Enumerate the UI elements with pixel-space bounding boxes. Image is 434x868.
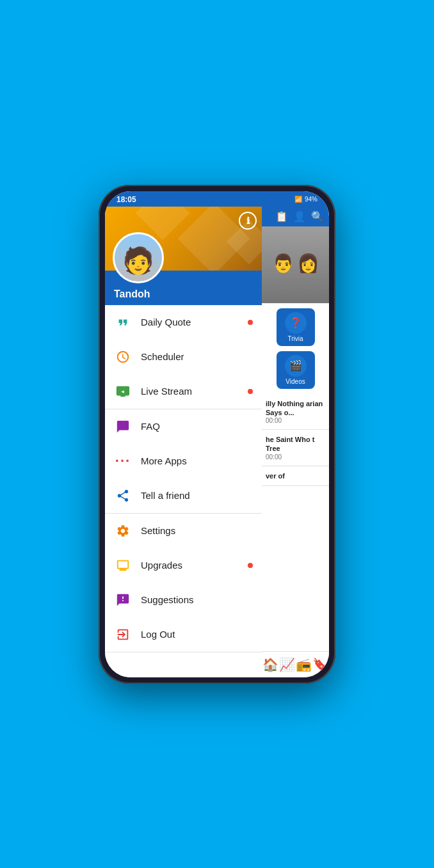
hero-persons: 👨 👩 xyxy=(272,253,319,276)
scheduler-label: Scheduler xyxy=(141,351,253,362)
menu-item-suggestions[interactable]: Suggestions xyxy=(105,583,262,617)
suggest-icon xyxy=(114,591,132,609)
list-item-time-2: 00:00 xyxy=(266,454,325,461)
nav-trending[interactable]: 📈 xyxy=(279,657,295,672)
menu-item-scheduler[interactable]: Scheduler xyxy=(105,340,262,374)
list-item-title-1: illy Nothing arian Says o... xyxy=(266,399,325,418)
chat-icon xyxy=(114,418,132,436)
nav-radio[interactable]: 📻 xyxy=(296,657,312,672)
videos-label: Videos xyxy=(285,378,305,385)
upgrades-dot xyxy=(248,563,253,568)
tv-icon xyxy=(114,383,132,400)
avatar-person-icon: 🧑 xyxy=(122,246,154,276)
menu-item-more-apps[interactable]: ··· More Apps xyxy=(105,444,262,478)
status-icons: 📶 94% xyxy=(294,196,317,203)
drawer-menu: Daily Quote Scheduler xyxy=(105,305,262,677)
menu-item-tell-friend[interactable]: Tell a friend xyxy=(105,478,262,513)
radio-icon: 📻 xyxy=(296,657,312,672)
logout-label: Log Out xyxy=(141,629,253,640)
logout-icon xyxy=(114,626,132,643)
tell-friend-label: Tell a friend xyxy=(141,490,253,501)
menu-item-daily-quote[interactable]: Daily Quote xyxy=(105,305,262,340)
list-item-title-3: ver of xyxy=(266,471,325,480)
dots-icon: ··· xyxy=(114,452,132,470)
clock-icon xyxy=(114,348,132,366)
menu-item-logout[interactable]: Log Out xyxy=(105,617,262,652)
home-icon: 🏠 xyxy=(262,657,278,672)
list-item[interactable]: ver of xyxy=(262,466,329,486)
videos-button[interactable]: 🎬 Videos xyxy=(277,351,315,389)
person-icon[interactable]: 👤 xyxy=(293,210,306,223)
phone-screen: 18:05 📶 94% � xyxy=(105,191,329,677)
info-button[interactable]: ℹ xyxy=(239,212,257,230)
menu-section-1: Daily Quote Scheduler xyxy=(105,305,262,409)
upgrades-label: Upgrades xyxy=(141,560,248,571)
daily-quote-label: Daily Quote xyxy=(141,317,248,327)
right-content: 👨 👩 ❓ Trivia 🎬 Videos xyxy=(262,226,329,651)
phone-frame: 18:05 📶 94% � xyxy=(99,185,335,684)
notes-icon[interactable]: 📋 xyxy=(275,210,288,223)
nav-home[interactable]: 🏠 xyxy=(262,657,278,672)
live-stream-dot xyxy=(248,389,253,394)
settings-label: Settings xyxy=(141,525,253,536)
quick-actions: ❓ Trivia 🎬 Videos xyxy=(262,303,329,394)
right-list: illy Nothing arian Says o... 00:00 he Sa… xyxy=(262,394,329,651)
right-top-bar: 📋 👤 🔍 xyxy=(262,207,329,226)
avatar: 🧑 xyxy=(113,232,164,283)
list-item[interactable]: illy Nothing arian Says o... 00:00 xyxy=(262,394,329,430)
wifi-icon: 📶 xyxy=(294,196,302,203)
menu-item-faq[interactable]: FAQ xyxy=(105,409,262,444)
trivia-label: Trivia xyxy=(287,335,303,342)
suggestions-label: Suggestions xyxy=(141,594,253,605)
quote-icon xyxy=(114,313,132,331)
info-icon: ℹ xyxy=(246,216,250,226)
bookmark-icon: 🔖 xyxy=(312,657,328,672)
monitor-icon xyxy=(114,556,132,574)
share-icon xyxy=(114,487,132,505)
menu-item-live-stream[interactable]: Live Stream xyxy=(105,374,262,409)
menu-item-upgrades[interactable]: Upgrades xyxy=(105,548,262,583)
menu-section-3: Settings Upgrades xyxy=(105,514,262,652)
daily-quote-dot xyxy=(248,320,253,325)
nav-bookmark[interactable]: 🔖 xyxy=(312,657,328,672)
list-item-title-2: he Saint Who t Tree xyxy=(266,435,325,454)
status-time: 18:05 xyxy=(117,195,136,204)
drawer-header: 🧑 ℹ xyxy=(105,207,262,271)
menu-section-2: FAQ ··· More Apps xyxy=(105,409,262,514)
right-panel: 📋 👤 🔍 👨 👩 ❓ xyxy=(262,207,329,677)
trivia-icon: ❓ xyxy=(285,312,307,334)
trending-icon: 📈 xyxy=(279,657,295,672)
bottom-nav: 🏠 📈 📻 🔖 xyxy=(262,651,329,677)
faq-label: FAQ xyxy=(141,421,253,432)
drawer-username: Tandoh xyxy=(114,288,150,299)
gear-icon xyxy=(114,522,132,540)
more-apps-label: More Apps xyxy=(141,455,253,466)
screen-content: 🧑 ℹ Tandoh xyxy=(105,207,329,677)
live-stream-label: Live Stream xyxy=(141,386,248,397)
menu-item-settings[interactable]: Settings xyxy=(105,514,262,548)
list-item[interactable]: he Saint Who t Tree 00:00 xyxy=(262,430,329,466)
search-icon[interactable]: 🔍 xyxy=(311,210,324,223)
hero-image: 👨 👩 xyxy=(262,226,329,303)
trivia-button[interactable]: ❓ Trivia xyxy=(277,308,315,346)
status-bar: 18:05 📶 94% xyxy=(105,191,329,207)
list-item-time-1: 00:00 xyxy=(266,417,325,424)
drawer: 🧑 ℹ Tandoh xyxy=(105,207,262,677)
videos-icon: 🎬 xyxy=(285,355,307,377)
battery-icon: 94% xyxy=(305,196,317,203)
